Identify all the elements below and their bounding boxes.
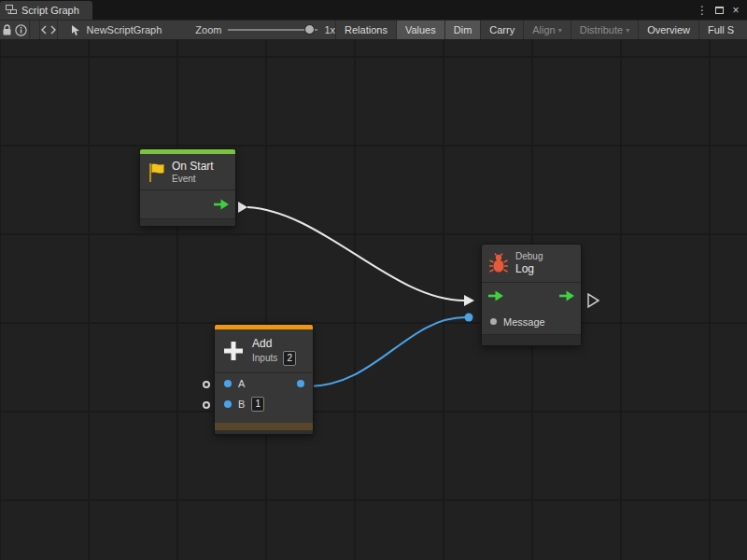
add-output-port-dot[interactable] (297, 380, 304, 387)
control-enter-port[interactable] (487, 290, 504, 301)
distribute-label: Distribute (580, 24, 623, 35)
dim-button[interactable]: Dim (444, 21, 481, 39)
graph-canvas[interactable]: On Start Event Debug (0, 40, 747, 560)
on-start-exit-row (140, 190, 235, 218)
zoom-control: Zoom 1x (195, 20, 335, 40)
toolbar-buttons: Relations Values Dim Carry Align▾ Distri… (335, 21, 747, 39)
wire-add-to-message[interactable] (308, 317, 465, 386)
add-header: Add Inputs 2 (215, 329, 313, 372)
on-start-node[interactable]: On Start Event (140, 149, 235, 226)
control-exit-port[interactable] (558, 290, 575, 301)
port-a-label: A (238, 378, 245, 389)
debug-log-header: Debug Log (482, 245, 581, 282)
control-exit-port[interactable] (213, 199, 230, 210)
cursor-icon (71, 24, 81, 36)
dim-label: Dim (454, 24, 472, 35)
script-graph-window: Script Graph ⋮ × NewScriptGraph Zoom (0, 0, 747, 560)
graph-breadcrumb[interactable]: NewScriptGraph (58, 21, 172, 39)
message-port-row: Message (482, 309, 581, 334)
bug-icon (488, 253, 509, 273)
log-exit-port-triangle[interactable] (588, 294, 599, 307)
fullscreen-button[interactable]: Full S (698, 21, 747, 39)
node-spacer (215, 414, 313, 422)
overview-label: Overview (647, 24, 690, 35)
node-subtitle: Event (172, 174, 214, 185)
port-b-label: B (238, 399, 245, 410)
zoom-slider[interactable] (228, 20, 317, 40)
flag-icon (147, 161, 165, 183)
port-a-dot[interactable] (224, 380, 232, 387)
debug-log-node[interactable]: Debug Log Message (482, 245, 581, 345)
inputs-count-field[interactable]: 2 (283, 351, 296, 366)
values-label: Values (405, 24, 436, 35)
maximize-glyph (715, 7, 724, 14)
fullscreen-label: Full S (708, 24, 734, 35)
wire-end-dot (465, 314, 473, 322)
port-b-connector[interactable] (203, 401, 210, 409)
zoom-slider-thumb[interactable] (304, 24, 315, 35)
lock-icon[interactable] (0, 21, 14, 39)
graph-toolbar: NewScriptGraph Zoom 1x Relations Values … (0, 20, 747, 40)
distribute-button[interactable]: Distribute▾ (571, 21, 638, 39)
node-footer (215, 430, 313, 434)
port-a-connector[interactable] (203, 381, 210, 388)
overview-button[interactable]: Overview (638, 21, 698, 39)
node-footer (140, 218, 235, 226)
log-flow-row (482, 283, 581, 309)
window-controls: ⋮ × (695, 0, 747, 20)
info-icon[interactable] (14, 21, 28, 39)
node-title: On Start (172, 160, 214, 174)
close-icon[interactable]: × (728, 0, 743, 20)
port-b-row: B 1 (215, 394, 313, 414)
wire-onstart-to-log[interactable] (247, 207, 464, 301)
port-a-row: A (215, 373, 313, 394)
dropdown-caret-icon: ▾ (626, 26, 629, 35)
node-category: Debug (515, 251, 543, 262)
wire-end-arrow (464, 295, 474, 306)
kebab-menu-icon[interactable]: ⋮ (695, 0, 710, 20)
connection-wires (0, 40, 747, 560)
message-port-label: Message (503, 316, 545, 328)
carry-button[interactable]: Carry (480, 21, 523, 39)
zoom-label: Zoom (195, 24, 221, 35)
toolbar-spacer (29, 21, 39, 39)
message-port-dot[interactable] (490, 318, 497, 325)
plus-icon (221, 339, 246, 363)
code-view-icon[interactable] (39, 21, 57, 39)
graph-name: NewScriptGraph (87, 24, 162, 35)
add-footer-bar (215, 422, 313, 430)
node-title: Log (515, 262, 543, 276)
zoom-value: 1x (324, 24, 335, 35)
green-arrow-icon (558, 290, 575, 301)
tab-script-graph[interactable]: Script Graph (0, 1, 92, 20)
green-arrow-icon (487, 290, 504, 301)
align-label: Align (532, 24, 555, 35)
dropdown-caret-icon: ▾ (558, 26, 562, 35)
wire-start-arrow (238, 202, 247, 213)
add-node[interactable]: Add Inputs 2 A B 1 (215, 325, 313, 434)
align-button[interactable]: Align▾ (523, 21, 570, 39)
maximize-icon[interactable] (712, 0, 726, 20)
node-footer (482, 334, 581, 345)
inputs-label: Inputs (252, 353, 277, 364)
relations-label: Relations (345, 24, 388, 35)
port-b-dot[interactable] (224, 400, 232, 408)
carry-label: Carry (489, 24, 514, 35)
script-graph-tab-icon (6, 4, 17, 17)
relations-button[interactable]: Relations (335, 21, 396, 39)
node-title: Add (252, 337, 296, 351)
tab-title: Script Graph (21, 5, 79, 16)
titlebar: Script Graph ⋮ × (0, 0, 747, 20)
values-button[interactable]: Values (396, 21, 444, 39)
port-b-value-field[interactable]: 1 (251, 397, 264, 412)
on-start-header: On Start Event (140, 154, 235, 189)
green-arrow-icon (213, 199, 230, 210)
